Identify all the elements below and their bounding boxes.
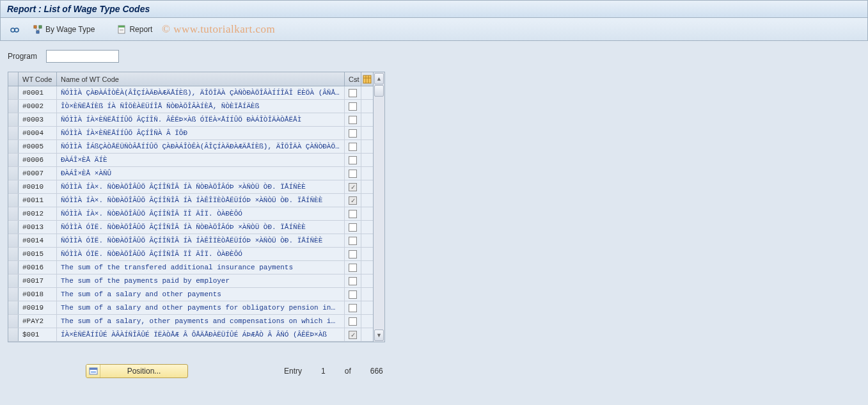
table-row[interactable]: #0013ÑÓÌÌÀ ÓÏË. ÑÒÐÀÕÎÂÛÕ ÂÇÍÎÑÎÂ ÍÀ ÑÒÐ… [8,221,373,234]
row-selector[interactable] [8,234,19,247]
cell-wt-code: #0011 [19,194,57,207]
by-wage-type-button[interactable]: By Wage Type [30,23,97,36]
scroll-up-button[interactable]: ▲ [374,73,384,84]
table-row[interactable]: #0018The sum of a salary and other payme… [8,288,373,301]
cst-checkbox[interactable] [349,250,357,258]
table-row[interactable]: #0003ÑÓÌÌÀ ÍÀ×ÈÑËÅÍÍÛÕ ÂÇÍÎÑ. ÂÊËÞ×Àß ÓÏ… [8,113,373,127]
cell-cst [345,221,361,234]
cell-wt-name: ÍÀ×ÈÑËÅÍÍÛÉ ÀÂÀÍÑÎÂÛÉ ÏËÀÒÅÆ Â ÔÅÄÅÐÀËÜÍ… [57,328,345,341]
th-config[interactable] [361,72,373,86]
cell-wt-code: #0002 [19,100,57,113]
table-row[interactable]: #0014ÑÓÌÌÀ ÓÏË. ÑÒÐÀÕÎÂÛÕ ÂÇÍÎÑÎÂ ÍÀ ÍÀÊ… [8,234,373,248]
cell-cst [345,207,361,220]
scroll-track[interactable] [374,85,384,329]
row-selector[interactable] [8,288,19,301]
page-title: Report : List of Wage Type Codes [7,4,150,14]
cell-cst [345,261,361,274]
row-selector[interactable] [8,328,19,341]
th-wt-code[interactable]: WT Code [19,72,57,86]
table-row[interactable]: #0017The sum of the payments paid by emp… [8,274,373,288]
row-selector[interactable] [8,248,19,260]
glasses-icon [10,24,20,35]
position-button[interactable]: Position... [86,364,188,378]
table-row[interactable]: #0016The sum of the transfered additiona… [8,261,373,274]
row-selector[interactable] [8,180,19,193]
program-row: Program [8,50,863,63]
cst-checkbox[interactable] [349,304,357,312]
table-row[interactable]: #0015ÑÓÌÌÀ ÓÏË. ÑÒÐÀÕÎÂÛÕ ÂÇÍÎÑÎÂ ÏÎ ÄÎÏ… [8,248,373,261]
cell-cst [345,274,361,287]
cst-checkbox[interactable] [349,170,357,178]
title-bar: Report : List of Wage Type Codes [0,0,868,18]
row-selector[interactable] [8,154,19,166]
th-selector[interactable] [8,72,19,86]
cell-spacer [361,315,373,328]
cell-wt-name: ÑÓÌÌÀ ÍÀ×ÈÑËÅÍÍÛÕ ÂÇÍÎÑÀ Â ÏÔÐ [57,127,345,139]
table-row[interactable]: #0001ÑÓÌÌÀ ÇÀÐÀÁÎÒÊÀ(ÂÎÇÍÀÃÐÀÆÄÅÍÈß), ÄÎ… [8,86,373,100]
cell-spacer [361,234,373,247]
cst-checkbox[interactable] [349,102,357,111]
table-row[interactable]: #0004ÑÓÌÌÀ ÍÀ×ÈÑËÅÍÍÛÕ ÂÇÍÎÑÀ Â ÏÔÐ [8,127,373,140]
table-row[interactable]: #0007ÐÀÁÎ×ÈÅ ×ÀÑÛ [8,167,373,180]
table-row[interactable]: $001ÍÀ×ÈÑËÅÍÍÛÉ ÀÂÀÍÑÎÂÛÉ ÏËÀÒÅÆ Â ÔÅÄÅÐ… [8,328,373,342]
row-selector[interactable] [8,194,19,207]
cst-checkbox[interactable] [349,210,357,218]
content-area: Program WT Code Name of WT Code Cst #000… [0,41,868,405]
cst-checkbox[interactable] [349,183,357,191]
table-row[interactable]: #0012ÑÓÌÌÀ ÍÀ×. ÑÒÐÀÕÎÂÛÕ ÂÇÍÎÑÎÂ ÏÎ ÄÎÏ… [8,207,373,221]
row-selector[interactable] [8,274,19,287]
cst-checkbox[interactable] [349,264,357,272]
table-row[interactable]: #0006ÐÀÁÎ×ÈÅ ÄÍÈ [8,154,373,167]
table-row[interactable]: #0002ÎÒ×ÈÑËÅÍÈß ÍÀ ÑÎÖÈÀËÜÍÎÅ ÑÒÐÀÕÎÂÀÍÈ… [8,100,373,113]
scroll-down-button[interactable]: ▼ [374,330,384,341]
cst-checkbox[interactable] [349,223,357,232]
vertical-scrollbar[interactable]: ▲ ▼ [373,72,384,342]
cst-checkbox[interactable] [349,129,357,138]
cst-checkbox[interactable] [349,277,357,285]
cst-checkbox[interactable] [349,331,357,339]
cell-spacer [361,274,373,287]
program-input[interactable] [46,50,119,63]
cell-wt-name: ÑÓÌÌÀ ÍÀ×. ÑÒÐÀÕÎÂÛÕ ÂÇÍÎÑÎÂ ÍÀ ÑÒÐÀÕÎÂÓ… [57,180,345,193]
table-row[interactable]: #0011ÑÓÌÌÀ ÍÀ×. ÑÒÐÀÕÎÂÛÕ ÂÇÍÎÑÎÂ ÍÀ ÍÀÊ… [8,194,373,207]
row-selector[interactable] [8,86,19,99]
row-selector[interactable] [8,167,19,180]
cst-checkbox[interactable] [349,143,357,151]
cell-cst [345,86,361,99]
scroll-thumb[interactable] [374,85,384,97]
cst-checkbox[interactable] [349,89,357,97]
th-wt-name[interactable]: Name of WT Code [57,72,345,86]
cell-cst [345,127,361,139]
by-wage-type-label: By Wage Type [45,25,95,34]
svg-rect-3 [39,26,42,28]
cell-wt-name: The sum of the payments paid by employer [57,274,345,287]
cell-wt-code: $001 [19,328,57,341]
svg-rect-2 [34,26,36,28]
row-selector[interactable] [8,140,19,153]
cst-checkbox[interactable] [349,116,357,124]
row-selector[interactable] [8,207,19,220]
cell-wt-name: ÑÓÌÌÀ ÍÀ×. ÑÒÐÀÕÎÂÛÕ ÂÇÍÎÑÎÂ ÏÎ ÄÎÏ. ÒÀÐ… [57,207,345,220]
row-selector[interactable] [8,261,19,274]
detail-button[interactable] [7,23,22,36]
table-row[interactable]: #0019The sum of a salary and other payme… [8,301,373,315]
table-row[interactable]: #0010ÑÓÌÌÀ ÍÀ×. ÑÒÐÀÕÎÂÛÕ ÂÇÍÎÑÎÂ ÍÀ ÑÒÐ… [8,180,373,194]
report-button[interactable]: Report [114,23,155,36]
table-row[interactable]: #PAY2The sum of a salary, other payments… [8,315,373,328]
table-row[interactable]: #0005ÑÓÌÌÀ ÎÁßÇÀÒÅËÜÑÒÂÅÍÍÛÕ ÇÀÐÀÁÎÒÊÀ(Â… [8,140,373,154]
cst-checkbox[interactable] [349,156,357,164]
th-cst[interactable]: Cst [345,72,361,86]
cst-checkbox[interactable] [349,196,357,205]
row-selector[interactable] [8,315,19,328]
row-selector[interactable] [8,100,19,113]
cst-checkbox[interactable] [349,317,357,326]
row-selector[interactable] [8,221,19,234]
cell-wt-code: #0003 [19,113,57,126]
cell-wt-code: #0010 [19,180,57,193]
row-selector[interactable] [8,113,19,126]
cell-spacer [361,86,373,99]
row-selector[interactable] [8,127,19,139]
cst-checkbox[interactable] [349,237,357,245]
cst-checkbox[interactable] [349,290,357,299]
row-selector[interactable] [8,301,19,314]
